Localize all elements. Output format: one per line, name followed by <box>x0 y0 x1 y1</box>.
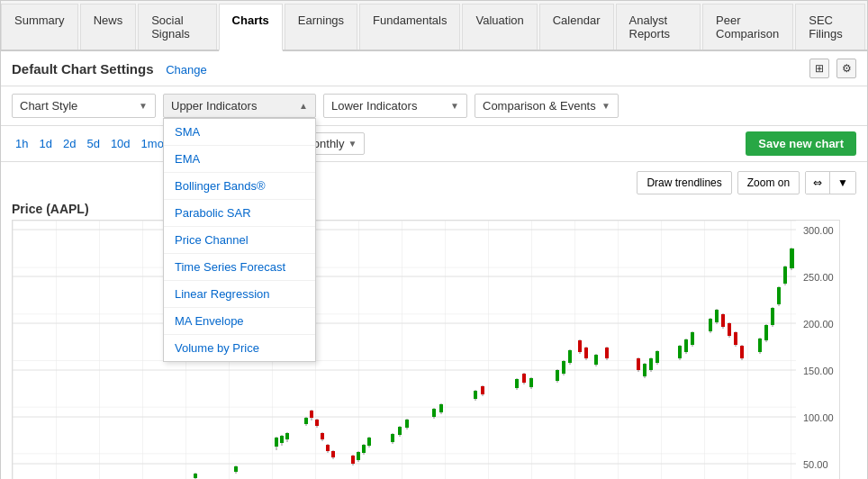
y-label-100: 100.00 <box>803 412 834 423</box>
svg-rect-84 <box>649 358 653 370</box>
svg-rect-70 <box>568 350 572 363</box>
comparison-events-arrow: ▼ <box>601 101 610 111</box>
tab-calendar[interactable]: Calendar <box>539 4 614 50</box>
svg-rect-90 <box>684 339 688 352</box>
time-10d[interactable]: 10d <box>107 135 134 152</box>
zoom-on-button[interactable]: Zoom on <box>737 171 800 194</box>
header-icons: ⊞ ⚙ <box>809 59 856 78</box>
tab-summary[interactable]: Summary <box>1 4 78 50</box>
tab-valuation[interactable]: Valuation <box>462 4 537 50</box>
chart-area: Draw trendlines Zoom on ⇔ ▼ Price (AAPL) <box>1 162 867 479</box>
svg-rect-110 <box>771 308 774 325</box>
svg-rect-34 <box>326 445 330 451</box>
svg-rect-16 <box>194 474 197 478</box>
tab-analyst-reports[interactable]: Analyst Reports <box>616 4 701 50</box>
time-2d[interactable]: 2d <box>59 135 79 152</box>
svg-rect-64 <box>529 378 533 387</box>
svg-rect-80 <box>637 358 640 370</box>
tab-sec-filings[interactable]: SEC Filings <box>795 4 865 50</box>
menu-item-ema[interactable]: EMA <box>164 146 315 173</box>
svg-rect-76 <box>594 355 598 365</box>
svg-rect-108 <box>764 325 768 340</box>
svg-rect-78 <box>605 348 609 358</box>
menu-item-bollinger[interactable]: Bollinger Bands® <box>164 173 315 200</box>
tab-fundamentals[interactable]: Fundamentals <box>359 4 460 50</box>
save-new-chart-button[interactable]: Save new chart <box>746 131 856 156</box>
comparison-events-dropdown[interactable]: Comparison & Events ▼ <box>475 94 619 118</box>
svg-rect-30 <box>315 420 319 426</box>
svg-rect-114 <box>783 267 787 284</box>
lower-indicators-dropdown[interactable]: Lower Indicators ▼ <box>323 94 467 118</box>
comparison-events-label: Comparison & Events <box>483 99 596 113</box>
svg-rect-68 <box>562 361 565 374</box>
y-label-150: 150.00 <box>803 366 834 376</box>
svg-rect-28 <box>310 411 313 418</box>
menu-item-parabolic[interactable]: Parabolic SAR <box>164 200 315 227</box>
svg-rect-36 <box>331 451 335 457</box>
chart-style-dropdown[interactable]: Chart Style ▼ <box>12 94 156 118</box>
menu-item-volume-by-price[interactable]: Volume by Price <box>164 335 315 361</box>
y-label-200: 200.00 <box>803 319 834 330</box>
svg-rect-46 <box>391 434 394 442</box>
chart-style-arrow: ▼ <box>139 101 148 111</box>
svg-rect-44 <box>367 438 371 446</box>
time-5d[interactable]: 5d <box>83 135 103 152</box>
upper-indicators-label: Upper Indicators <box>171 99 257 113</box>
svg-rect-22 <box>280 436 284 443</box>
settings-icon[interactable]: ⚙ <box>836 59 856 78</box>
expand-icon[interactable]: ⊞ <box>809 59 829 78</box>
svg-rect-20 <box>275 438 278 447</box>
svg-rect-18 <box>234 466 238 472</box>
menu-item-time-series[interactable]: Time Series Forecast <box>164 254 315 281</box>
tab-bar: Summary News Social Signals Charts Earni… <box>1 1 867 51</box>
menu-item-sma[interactable]: SMA <box>164 119 315 146</box>
svg-rect-42 <box>362 445 366 453</box>
chart-tools: Draw trendlines Zoom on ⇔ ▼ <box>12 171 856 194</box>
tab-news[interactable]: News <box>80 4 137 50</box>
lower-indicators-arrow: ▼ <box>450 101 459 111</box>
app-container: Summary News Social Signals Charts Earni… <box>0 0 868 479</box>
change-link[interactable]: Change <box>166 63 207 77</box>
svg-rect-66 <box>556 370 559 381</box>
menu-item-linear-regression[interactable]: Linear Regression <box>164 281 315 308</box>
time-1h[interactable]: 1h <box>12 135 32 152</box>
tab-earnings[interactable]: Earnings <box>285 4 357 50</box>
zoom-move-dropdown[interactable]: ▼ <box>830 172 855 194</box>
upper-indicators-wrapper: Upper Indicators ▲ SMA EMA Bollinger Ban… <box>163 94 316 118</box>
upper-indicators-dropdown[interactable]: Upper Indicators ▲ <box>163 94 316 118</box>
upper-indicators-menu: SMA EMA Bollinger Bands® Parabolic SAR P… <box>163 118 316 362</box>
svg-rect-32 <box>321 433 324 439</box>
svg-rect-56 <box>474 391 477 399</box>
tab-charts[interactable]: Charts <box>219 4 283 51</box>
svg-rect-60 <box>515 379 519 388</box>
zoom-move-controls: ⇔ ▼ <box>805 171 856 194</box>
menu-item-price-channel[interactable]: Price Channel <box>164 227 315 254</box>
svg-rect-102 <box>734 332 737 345</box>
lower-indicators-label: Lower Indicators <box>331 99 417 113</box>
svg-rect-50 <box>405 420 409 428</box>
svg-rect-86 <box>656 351 659 363</box>
svg-rect-100 <box>728 323 731 336</box>
svg-rect-26 <box>304 418 308 424</box>
price-chart-svg: 300.00 250.00 200.00 150.00 100.00 50.00 <box>12 220 840 479</box>
header-left: Default Chart Settings Change <box>12 61 207 77</box>
chart-svg-container: 300.00 250.00 200.00 150.00 100.00 50.00 <box>12 220 856 479</box>
svg-rect-96 <box>715 310 719 322</box>
draw-trendlines-button[interactable]: Draw trendlines <box>637 171 731 194</box>
svg-rect-62 <box>522 374 526 383</box>
y-label-300: 300.00 <box>803 225 834 236</box>
svg-rect-116 <box>790 249 794 268</box>
svg-rect-106 <box>758 339 762 352</box>
svg-rect-88 <box>678 346 682 358</box>
time-1d[interactable]: 1d <box>35 135 55 152</box>
y-label-50: 50.00 <box>803 459 828 470</box>
svg-rect-94 <box>709 319 712 331</box>
upper-indicators-arrow: ▲ <box>299 101 308 111</box>
period-arrow: ▼ <box>348 139 357 149</box>
tab-peer-comparison[interactable]: Peer Comparison <box>702 4 793 50</box>
menu-item-ma-envelope[interactable]: MA Envelope <box>164 308 315 335</box>
tab-social-signals[interactable]: Social Signals <box>138 4 216 50</box>
svg-rect-54 <box>439 404 443 412</box>
move-icon-button[interactable]: ⇔ <box>806 172 829 194</box>
price-label: Price (AAPL) <box>12 202 856 216</box>
